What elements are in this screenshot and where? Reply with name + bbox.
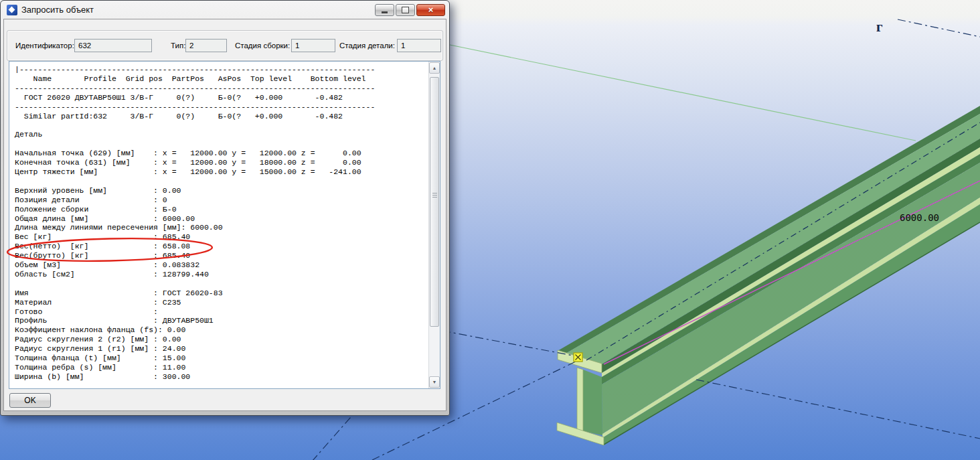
inquire-object-dialog: Запросить объект × Идентификатор: 632 Ти… (0, 0, 450, 416)
dialog-title: Запросить объект (21, 5, 374, 15)
close-button[interactable]: × (416, 4, 445, 16)
screen: г 6000.00 Запросить объект × Идентификат… (0, 0, 980, 460)
maximize-button[interactable] (396, 4, 415, 16)
dialog-titlebar[interactable]: Запросить объект × (1, 1, 449, 19)
ok-button[interactable]: OK (9, 393, 51, 408)
close-icon: × (428, 5, 434, 15)
minimize-icon (382, 11, 388, 13)
beam-end-web (577, 368, 583, 431)
beam-length-dimension: 6000.00 (900, 212, 939, 223)
inquiry-report-panel: |---------------------------------------… (9, 61, 440, 389)
dialog-client-area: Идентификатор: 632 Тип: 2 Стадия сборки:… (3, 19, 446, 411)
minimize-button[interactable] (375, 4, 394, 16)
scroll-up-button[interactable]: ▲ (429, 62, 440, 74)
arrow-down-icon: ▼ (432, 380, 437, 384)
part-phase-field[interactable]: 1 (397, 39, 441, 52)
scroll-down-button[interactable]: ▼ (429, 376, 440, 388)
type-label: Тип: (171, 42, 185, 50)
grid-axis-label: г (876, 19, 883, 35)
inquiry-report-text: |---------------------------------------… (15, 65, 375, 382)
identifier-field[interactable]: 632 (74, 39, 152, 52)
assembly-phase-label: Стадия сборки: (235, 42, 290, 50)
beam-interior-near-end (583, 370, 602, 435)
type-field[interactable]: 2 (185, 39, 227, 52)
report-scrollbar[interactable]: ▲ ▼ (428, 62, 440, 388)
tekla-app-icon (7, 5, 17, 15)
id-fields-group: Идентификатор: 632 Тип: 2 Стадия сборки:… (7, 30, 443, 61)
part-phase-label: Стадия детали: (339, 42, 395, 50)
identifier-label: Идентификатор: (15, 42, 74, 50)
scrollbar-thumb[interactable] (430, 77, 439, 327)
assembly-phase-field[interactable]: 1 (291, 39, 335, 52)
maximize-icon (402, 7, 409, 13)
arrow-up-icon: ▲ (432, 66, 437, 70)
selection-handle[interactable] (574, 353, 582, 362)
